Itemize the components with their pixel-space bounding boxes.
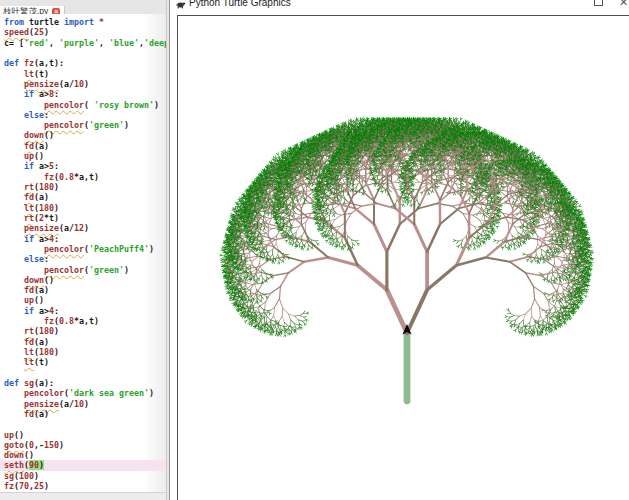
editor-horizontal-scrollbar[interactable] [0, 492, 166, 500]
code-line[interactable]: down() [4, 275, 166, 285]
code-line[interactable]: pensize(a/10) [4, 399, 166, 409]
code-line[interactable]: def fz(a,t): [4, 58, 166, 68]
code-line[interactable]: if a>4: [4, 234, 166, 244]
code-line[interactable]: from turtle import * [4, 17, 166, 27]
code-line[interactable]: fd(a) [4, 409, 166, 419]
code-line[interactable] [4, 48, 166, 58]
code-line[interactable]: def sg(a): [4, 378, 166, 388]
code-line[interactable]: if a>8: [4, 89, 166, 99]
code-line[interactable]: else: [4, 110, 166, 120]
code-line[interactable] [4, 368, 166, 378]
code-line[interactable]: fd(a) [4, 192, 166, 202]
code-line[interactable]: lt(t) [4, 357, 166, 367]
code-line[interactable]: else: [4, 254, 166, 264]
code-line[interactable]: rt(180) [4, 326, 166, 336]
code-line[interactable]: fd(a) [4, 141, 166, 151]
code-line[interactable]: down() [4, 130, 166, 140]
code-line[interactable]: lt(180) [4, 203, 166, 213]
editor-tab-bar: 枝叶繁茂.py × [0, 0, 166, 15]
code-line[interactable] [4, 419, 166, 429]
code-line[interactable]: down() [4, 450, 166, 460]
close-button[interactable]: ✕ [619, 0, 628, 9]
code-line[interactable]: lt(180) [4, 347, 166, 357]
code-line[interactable]: up() [4, 295, 166, 305]
code-line[interactable]: if a>5: [4, 161, 166, 171]
code-line[interactable]: pencolor('PeachPuff4') [4, 244, 166, 254]
turtle-icon [175, 0, 187, 10]
turtle-window-title: Python Turtle Graphics [189, 0, 291, 8]
code-line[interactable]: fz(0.8*a,t) [4, 316, 166, 326]
turtle-graphics-window: Python Turtle Graphics ✕ [169, 0, 629, 500]
screen: 枝叶繁茂.py × from turtle import *speed(25)c… [0, 0, 629, 500]
code-area[interactable]: from turtle import *speed(25)c= ['red', … [0, 14, 166, 493]
code-line[interactable]: up() [4, 151, 166, 161]
code-line[interactable]: fd(a) [4, 285, 166, 295]
maximize-button[interactable] [594, 0, 603, 6]
code-line[interactable]: fz(0.8*a,t) [4, 172, 166, 182]
code-line[interactable]: pencolor('green') [4, 265, 166, 275]
code-line[interactable]: pensize(a/10) [4, 79, 166, 89]
code-line[interactable]: fz(70,25) [4, 481, 166, 491]
code-line[interactable]: pensize(a/12) [4, 223, 166, 233]
code-editor-panel: 枝叶繁茂.py × from turtle import *speed(25)c… [0, 0, 167, 500]
code-line[interactable]: if a>4: [4, 306, 166, 316]
code-line[interactable]: speed(25) [4, 27, 166, 37]
code-line[interactable]: pencolor('green') [4, 120, 166, 130]
turtle-window-titlebar[interactable]: Python Turtle Graphics ✕ [170, 0, 629, 15]
fractal-tree-canvas [178, 16, 629, 500]
code-line[interactable]: c= ['red', 'purple', 'blue','deep [4, 38, 166, 48]
turtle-canvas-frame [177, 15, 629, 500]
code-line[interactable]: pencolor( 'rosy brown') [4, 100, 166, 110]
code-line[interactable]: fd(a) [4, 337, 166, 347]
code-line[interactable]: up() [4, 430, 166, 440]
code-line[interactable]: rt(180) [4, 182, 166, 192]
code-line[interactable]: rt(2*t) [4, 213, 166, 223]
code-line[interactable]: seth(90) [0, 460, 166, 470]
code-line[interactable]: sg(100) [4, 471, 166, 481]
code-line[interactable]: goto(0,-150) [4, 440, 166, 450]
code-line[interactable]: pencolor('dark sea green') [4, 388, 166, 398]
code-line[interactable]: lt(t) [4, 69, 166, 79]
